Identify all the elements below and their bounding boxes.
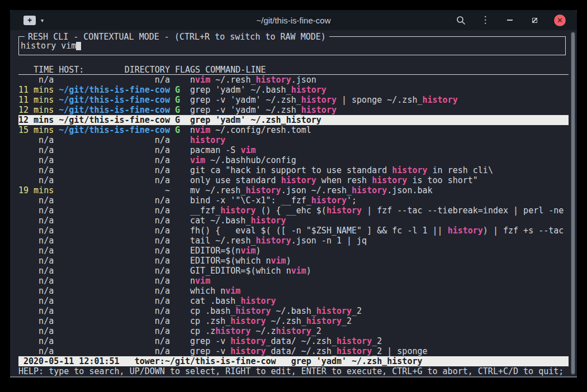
scrollbar[interactable]	[571, 32, 575, 375]
time-cell: n/a	[18, 135, 59, 145]
history-row[interactable]: n/a n/a which nvim	[18, 286, 569, 296]
directory-cell: n/a	[59, 336, 175, 346]
history-row[interactable]: n/a n/a fh() { eval $( ([ -n "$ZSH_NAME"…	[18, 226, 569, 236]
history-table: TIME HOST: DIRECTORY FLAGS COMMAND-LINE …	[18, 65, 569, 356]
history-row[interactable]: n/a n/a nvim	[18, 276, 569, 286]
directory-cell: ~/git/this-is-fine-cow	[59, 115, 175, 125]
directory-cell: n/a	[59, 195, 175, 205]
history-row[interactable]: n/a n/a cat ~/.bash_history	[18, 216, 569, 226]
search-match: history	[190, 135, 225, 145]
command-cell: grep -v history_data/ ~/.zsh_history_2	[190, 336, 382, 346]
command-cell: bind -x '"\C-x1": __fzf_history';	[190, 195, 357, 205]
time-cell: n/a	[18, 205, 59, 216]
history-row[interactable]: 15 mins ~/git/this-is-fine-cow G nvim ~/…	[18, 125, 569, 135]
flags-cell	[175, 216, 190, 226]
terminal-window: + ▾ ~/git/this-is-fine-cow ⋮ ✕ RESH CLI …	[10, 10, 577, 377]
time-cell: n/a	[18, 326, 59, 336]
flags-cell	[175, 155, 190, 165]
history-row[interactable]: n/a n/a history	[18, 135, 569, 145]
history-row[interactable]: 12 mins ~/git/this-is-fine-cow G grep -v…	[18, 105, 569, 115]
command-cell: cp .zhistory ~/.zhistory_2	[190, 326, 321, 336]
menu-kebab-icon[interactable]: ⋮	[480, 15, 490, 25]
command-cell: EDITOR=$(nvim)	[190, 246, 261, 256]
search-match: vim	[195, 125, 210, 135]
flags-cell	[175, 246, 190, 256]
history-row[interactable]: n/a n/a nvim ~/.resh_history.json	[18, 75, 569, 85]
history-row[interactable]: n/a n/a cp .bash_history ~/.bash_history…	[18, 306, 569, 316]
history-row[interactable]: n/a n/a __fzf_history () { __ehc $(histo…	[18, 205, 569, 216]
flags-cell	[175, 346, 190, 356]
flags-cell	[175, 205, 190, 216]
time-cell: n/a	[18, 306, 59, 316]
time-cell: 11 mins	[18, 85, 59, 95]
directory-cell: n/a	[59, 346, 175, 356]
directory-cell: ~	[59, 185, 175, 195]
search-query-text: history vim	[21, 41, 76, 51]
chevron-down-icon[interactable]: ▾	[41, 17, 44, 23]
flags-cell	[175, 306, 190, 316]
restore-button[interactable]	[529, 15, 539, 25]
history-row[interactable]: n/a n/a cat .bash_history	[18, 296, 569, 306]
flags-cell: G	[175, 105, 190, 115]
search-match: vim	[190, 155, 205, 165]
directory-cell: n/a	[59, 216, 175, 226]
flags-cell	[175, 195, 190, 205]
history-row[interactable]: 11 mins ~/git/this-is-fine-cow G grep 'y…	[18, 85, 569, 95]
new-tab-button[interactable]: +	[23, 16, 36, 25]
directory-cell: n/a	[59, 326, 175, 336]
directory-cell: ~/git/this-is-fine-cow	[59, 95, 175, 105]
search-match: history	[245, 185, 281, 195]
command-cell: mv ~/.resh_history.json ~/.resh_history.…	[190, 185, 433, 195]
search-match: history	[230, 346, 266, 356]
search-match: vim	[271, 256, 286, 266]
history-row[interactable]: n/a n/a EDITOR=$(nvim)	[18, 246, 569, 256]
search-match: history	[220, 205, 255, 216]
flags-cell	[175, 135, 190, 145]
history-row[interactable]: n/a n/a git ca "hack in support to use s…	[18, 165, 569, 175]
flags-cell: G	[175, 95, 190, 105]
directory-cell: ~/git/this-is-fine-cow	[59, 105, 175, 115]
search-icon[interactable]	[456, 15, 466, 25]
time-cell: n/a	[18, 336, 59, 346]
flags-cell	[175, 165, 190, 175]
flags-cell: G	[175, 85, 190, 95]
flags-cell	[175, 185, 190, 195]
command-cell: which nvim	[190, 286, 240, 296]
command-cell: cp .bash_history ~/.bash_history_2	[190, 306, 362, 316]
search-match: history	[255, 236, 291, 246]
close-button[interactable]: ✕	[554, 15, 566, 26]
search-match: history	[230, 336, 266, 346]
history-row[interactable]: n/a n/a vim ~/.bashhub/config	[18, 155, 569, 165]
search-match: history	[392, 165, 427, 175]
status-command: grep 'yadm' ~/.zsh_history	[291, 356, 423, 366]
history-row[interactable]: n/a n/a only use standard history when r…	[18, 175, 569, 185]
time-cell: 11 mins	[18, 95, 59, 105]
search-match: vim	[195, 276, 210, 286]
time-cell: n/a	[18, 316, 59, 326]
directory-cell: n/a	[59, 145, 175, 155]
history-row[interactable]: n/a n/a grep -v history_data/ ~/.zsh_his…	[18, 336, 569, 346]
directory-cell: n/a	[59, 75, 175, 85]
directory-cell: ~/git/this-is-fine-cow	[59, 85, 175, 95]
search-match: history	[337, 336, 372, 346]
history-row[interactable]: n/a n/a bind -x '"\C-x1": __fzf_history'…	[18, 195, 569, 205]
search-match: history	[352, 185, 387, 195]
search-match: vim	[291, 266, 306, 276]
history-row[interactable]: n/a n/a pacman -S vim	[18, 145, 569, 155]
flags-cell	[175, 326, 190, 336]
command-cell: cp .zsh_history ~/.zsh_history_2	[190, 316, 352, 326]
command-cell: grep 'yadm' ~/.zsh_history	[190, 115, 321, 125]
time-cell: n/a	[18, 165, 59, 175]
history-row[interactable]: n/a n/a cp .zsh_history ~/.zsh_history_2	[18, 316, 569, 326]
history-row[interactable]: n/a n/a EDITOR=$(which nvim)	[18, 256, 569, 266]
history-row[interactable]: n/a n/a tail ~/.resh_history.json -n 1 |…	[18, 236, 569, 246]
history-row[interactable]: n/a n/a GIT_EDITOR=$(which nvim)	[18, 266, 569, 276]
help-line: HELP: type to search, UP/DOWN to select,…	[18, 366, 569, 376]
history-row[interactable]: n/a n/a grep -v history_data/ ~/.zsh_his…	[18, 346, 569, 356]
minimize-button[interactable]	[505, 15, 515, 25]
history-row-selected[interactable]: 12 mins ~/git/this-is-fine-cow G grep 'y…	[18, 115, 569, 125]
history-row[interactable]: n/a n/a cp .zhistory ~/.zhistory_2	[18, 326, 569, 336]
command-cell: cat ~/.bash_history	[190, 216, 286, 226]
history-row[interactable]: 19 mins ~ mv ~/.resh_history.json ~/.res…	[18, 185, 569, 195]
history-row[interactable]: 11 mins ~/git/this-is-fine-cow G grep -v…	[18, 95, 569, 105]
